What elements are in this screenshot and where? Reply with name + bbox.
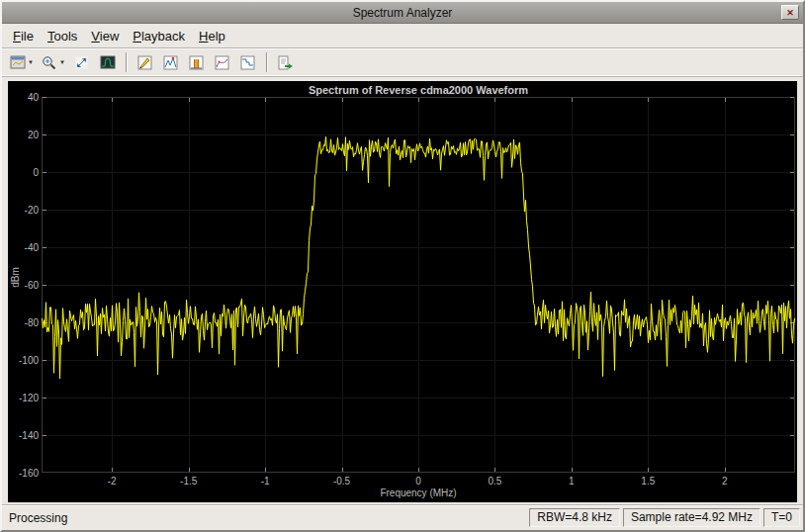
toolbar-separator xyxy=(266,52,268,72)
x-tick-label: 1.5 xyxy=(641,476,655,487)
x-tick-label: -1.5 xyxy=(180,476,197,487)
status-rbw: RBW=4.8 kHz xyxy=(529,508,620,527)
window-title: Spectrum Analyzer xyxy=(353,6,453,20)
spectrum-plot-canvas[interactable] xyxy=(42,97,795,473)
x-tick-label: 0 xyxy=(415,476,421,487)
spectrum-figure: Spectrum of Reverse cdma2000 Waveform dB… xyxy=(8,81,797,502)
x-tick-label: -2 xyxy=(108,476,117,487)
menubar: File Tools View Playback Help xyxy=(2,24,803,47)
menu-help[interactable]: Help xyxy=(192,26,232,46)
plot-title: Spectrum of Reverse cdma2000 Waveform xyxy=(42,84,795,96)
y-tick-label: 20 xyxy=(11,130,39,140)
toolbar: ▼ ▼ xyxy=(2,47,803,77)
y-tick-label: -20 xyxy=(11,205,39,216)
y-tick-label: 0 xyxy=(11,167,39,178)
channel-measurements-button[interactable] xyxy=(185,50,209,74)
print-export-button[interactable]: ▼ xyxy=(7,50,37,74)
distortion-measurements-icon xyxy=(215,55,229,70)
y-tick-label: -100 xyxy=(11,355,39,366)
peak-finder-button[interactable] xyxy=(159,50,183,74)
spectrum-settings-icon xyxy=(100,55,116,69)
menu-tools[interactable]: Tools xyxy=(41,26,84,46)
distortion-measurements-button[interactable] xyxy=(211,50,234,74)
chevron-down-icon: ▼ xyxy=(59,59,65,65)
status-time: T=0 xyxy=(763,508,800,527)
spectrum-analyzer-window: Spectrum Analyzer ✕ File Tools View Play… xyxy=(0,0,805,532)
y-tick-label: -80 xyxy=(11,317,39,328)
print-export-icon xyxy=(10,55,26,69)
x-tick-label: 1 xyxy=(569,476,575,487)
cursor-measurements-button[interactable] xyxy=(134,50,157,74)
export-data-icon xyxy=(278,55,294,70)
y-tick-label: -140 xyxy=(11,430,39,441)
x-tick-label: -1 xyxy=(261,476,270,487)
cursor-measurements-icon xyxy=(137,55,152,70)
close-button[interactable]: ✕ xyxy=(781,5,799,20)
scale-to-fit-button[interactable] xyxy=(70,50,94,74)
y-tick-label: -60 xyxy=(11,280,39,291)
status-processing: Processing xyxy=(5,511,526,525)
zoom-button[interactable]: ▼ xyxy=(39,50,68,74)
menu-playback[interactable]: Playback xyxy=(126,26,192,46)
y-tick-label: -40 xyxy=(11,242,39,253)
x-axis-label: Frequency (MHz) xyxy=(42,488,795,498)
chevron-down-icon: ▼ xyxy=(28,59,34,65)
channel-measurements-icon xyxy=(189,55,204,70)
spectrum-settings-button[interactable] xyxy=(96,50,120,74)
toolbar-separator xyxy=(126,52,128,72)
x-tick-label: -0.5 xyxy=(333,476,350,487)
y-tick-label: -160 xyxy=(11,468,39,479)
status-sample-rate: Sample rate=4.92 MHz xyxy=(623,508,760,527)
menu-file[interactable]: File xyxy=(6,26,41,46)
scale-to-fit-icon xyxy=(74,55,89,70)
y-tick-label: -120 xyxy=(11,393,39,403)
export-data-button[interactable] xyxy=(274,50,298,74)
peak-finder-icon xyxy=(163,55,178,70)
zoom-icon xyxy=(42,55,57,70)
ccdf-measurements-icon xyxy=(240,55,255,70)
y-tick-label: 40 xyxy=(11,92,39,103)
ccdf-measurements-button[interactable] xyxy=(236,50,260,74)
titlebar: Spectrum Analyzer ✕ xyxy=(2,2,803,24)
x-tick-label: 2 xyxy=(722,476,728,487)
menu-view[interactable]: View xyxy=(84,26,126,46)
x-tick-label: 0.5 xyxy=(488,476,501,487)
statusbar: Processing RBW=4.8 kHz Sample rate=4.92 … xyxy=(2,504,803,530)
close-icon: ✕ xyxy=(786,8,794,18)
